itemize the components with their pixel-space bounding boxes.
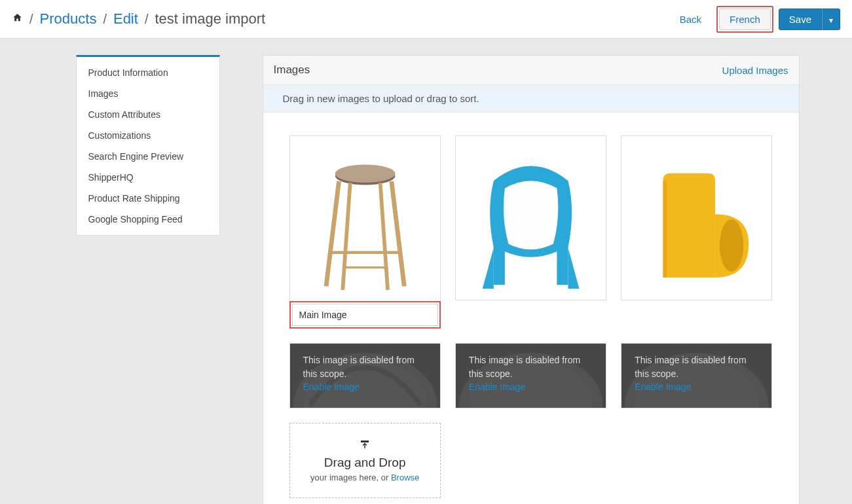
- content-header: Images Upload Images: [263, 56, 799, 85]
- image-card-main-wrapper: [289, 135, 441, 329]
- disabled-overlay: This image is disabled from this scope. …: [290, 344, 440, 408]
- breadcrumb-products[interactable]: Products: [40, 10, 97, 27]
- sidebar-item-custom-attributes[interactable]: Custom Attributes: [77, 104, 219, 125]
- content-info-bar: Drag in new images to upload or drag to …: [263, 85, 799, 113]
- page-title: test image import: [155, 10, 265, 27]
- main-image-label-highlight: [289, 301, 441, 329]
- header-actions: Back French Save: [670, 6, 840, 33]
- sidebar-item-images[interactable]: Images: [77, 83, 219, 104]
- upload-images-link[interactable]: Upload Images: [722, 65, 788, 76]
- dropzone[interactable]: Drag and Drop your images here, or Brows…: [289, 423, 441, 498]
- enable-image-link[interactable]: Enable Image: [469, 382, 525, 392]
- yellow-chair-thumbnail-icon: [622, 136, 771, 300]
- home-icon[interactable]: [12, 12, 23, 26]
- disabled-text: This image is disabled from this scope.: [469, 353, 593, 380]
- sidebar-item-google-shopping-feed[interactable]: Google Shopping Feed: [77, 209, 219, 235]
- disabled-overlay: This image is disabled from this scope. …: [621, 344, 771, 408]
- save-dropdown-button[interactable]: [822, 9, 840, 30]
- upload-icon: [359, 439, 371, 453]
- sidebar-item-customizations[interactable]: Customizations: [77, 125, 219, 146]
- save-button-group: Save: [779, 9, 840, 30]
- sidebar-item-shipperhq[interactable]: ShipperHQ: [77, 167, 219, 188]
- browse-link[interactable]: Browse: [391, 473, 419, 482]
- main-layout: Product Information Images Custom Attrib…: [7, 39, 845, 504]
- breadcrumb-sep: /: [29, 12, 33, 27]
- dropzone-title: Drag and Drop: [324, 456, 406, 470]
- svg-point-4: [720, 219, 743, 272]
- image-card-3[interactable]: [621, 135, 772, 300]
- dropzone-subtitle-text: your images here, or: [310, 473, 391, 482]
- enable-image-link[interactable]: Enable Image: [635, 382, 691, 392]
- disabled-overlay: This image is disabled from this scope. …: [456, 344, 606, 408]
- sidebar-item-search-engine-preview[interactable]: Search Engine Preview: [77, 146, 219, 167]
- disabled-image-card-1: This image is disabled from this scope. …: [289, 343, 441, 408]
- language-button[interactable]: French: [719, 9, 771, 30]
- sidebar-nav: Product Information Images Custom Attrib…: [76, 55, 220, 236]
- language-highlight: French: [716, 6, 773, 33]
- content-title: Images: [274, 63, 310, 77]
- breadcrumb-edit[interactable]: Edit: [113, 10, 138, 27]
- breadcrumb-sep: /: [103, 12, 107, 27]
- breadcrumb-sep: /: [145, 12, 149, 27]
- sidebar-item-product-information[interactable]: Product Information: [77, 57, 219, 83]
- image-grid: This image is disabled from this scope. …: [263, 113, 799, 504]
- sidebar-item-product-rate-shipping[interactable]: Product Rate Shipping: [77, 188, 219, 209]
- disabled-image-card-2: This image is disabled from this scope. …: [455, 343, 606, 408]
- stool-thumbnail-icon: [290, 136, 440, 301]
- page-header: / Products / Edit / test image import Ba…: [0, 0, 852, 39]
- disabled-text: This image is disabled from this scope.: [303, 353, 427, 380]
- content-panel: Images Upload Images Drag in new images …: [263, 55, 800, 504]
- back-button[interactable]: Back: [670, 9, 711, 29]
- breadcrumb: / Products / Edit / test image import: [12, 10, 265, 27]
- blue-chair-thumbnail-icon: [456, 136, 605, 300]
- disabled-image-card-3: This image is disabled from this scope. …: [621, 343, 772, 408]
- disabled-text: This image is disabled from this scope.: [635, 353, 758, 380]
- main-image-input[interactable]: [292, 304, 438, 326]
- svg-point-1: [335, 165, 395, 183]
- enable-image-link[interactable]: Enable Image: [303, 382, 360, 392]
- save-button[interactable]: Save: [779, 9, 822, 30]
- image-card-1[interactable]: [289, 135, 441, 302]
- image-card-2[interactable]: [455, 135, 606, 300]
- dropzone-subtitle: your images here, or Browse: [310, 473, 419, 482]
